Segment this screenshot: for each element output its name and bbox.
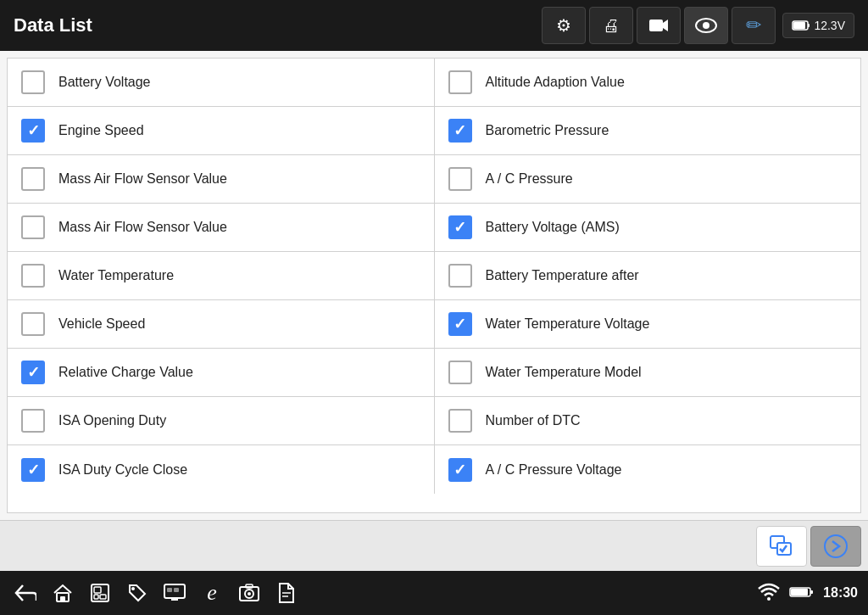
video-icon-btn[interactable] bbox=[637, 7, 681, 44]
taskbar-icons: e bbox=[10, 578, 757, 608]
header-toolbar: ⚙ 🖨 ✏ 12.3V bbox=[542, 7, 854, 44]
eye-icon-btn[interactable] bbox=[684, 7, 728, 44]
svg-rect-0 bbox=[649, 20, 663, 31]
cell-right-0: Altitude Adaption Value bbox=[435, 59, 861, 106]
label-right-5: Water Temperature Voltage bbox=[486, 316, 650, 332]
file-icon[interactable] bbox=[271, 578, 302, 608]
windows-icon[interactable] bbox=[85, 578, 115, 608]
label-left-4: Water Temperature bbox=[58, 268, 174, 283]
battery-voltage: 12.3V bbox=[814, 19, 845, 32]
select-all-button[interactable] bbox=[756, 526, 807, 567]
svg-rect-14 bbox=[94, 595, 98, 599]
taskbar-right: 18:30 bbox=[757, 582, 858, 605]
label-right-2: A / C Pressure bbox=[486, 171, 573, 187]
checkbox-left-0[interactable] bbox=[21, 70, 45, 94]
label-left-7: ISA Opening Duty bbox=[58, 413, 166, 428]
checkbox-right-5[interactable] bbox=[448, 312, 472, 336]
svg-rect-15 bbox=[100, 595, 106, 599]
checkbox-right-4[interactable] bbox=[448, 264, 472, 288]
print-icon-btn[interactable]: 🖨 bbox=[589, 7, 633, 44]
svg-point-16 bbox=[131, 587, 135, 590]
svg-marker-1 bbox=[663, 20, 668, 31]
svg-point-24 bbox=[248, 592, 251, 595]
checkbox-left-8[interactable] bbox=[21, 458, 45, 482]
table-row: ISA Opening DutyNumber of DTC bbox=[8, 397, 860, 445]
label-right-8: A / C Pressure Voltage bbox=[486, 462, 622, 478]
svg-point-9 bbox=[825, 535, 847, 557]
checkbox-right-0[interactable] bbox=[448, 70, 472, 94]
cell-left-8: ISA Duty Cycle Close bbox=[8, 445, 435, 494]
cell-left-4: Water Temperature bbox=[8, 252, 435, 299]
checkbox-right-6[interactable] bbox=[448, 361, 472, 384]
label-left-2: Mass Air Flow Sensor Value bbox=[58, 171, 227, 187]
camera-icon[interactable] bbox=[234, 578, 264, 608]
checkbox-right-2[interactable] bbox=[448, 167, 472, 191]
cell-left-6: Relative Charge Value bbox=[8, 349, 435, 396]
table-row: Battery VoltageAltitude Adaption Value bbox=[8, 59, 860, 107]
cell-right-7: Number of DTC bbox=[435, 397, 861, 444]
cell-left-7: ISA Opening Duty bbox=[8, 397, 435, 444]
checkbox-right-3[interactable] bbox=[448, 215, 472, 239]
settings-icon-btn[interactable]: ⚙ bbox=[542, 7, 586, 44]
home-icon[interactable] bbox=[47, 578, 78, 608]
label-left-8: ISA Duty Cycle Close bbox=[58, 462, 187, 478]
svg-rect-6 bbox=[793, 22, 805, 29]
checkbox-right-8[interactable] bbox=[448, 458, 472, 482]
checkbox-left-5[interactable] bbox=[21, 312, 45, 336]
table-row: Engine SpeedBarometric Pressure bbox=[8, 107, 860, 155]
browser-icon[interactable]: e bbox=[197, 578, 227, 608]
svg-rect-21 bbox=[174, 588, 179, 592]
table-row: Vehicle SpeedWater Temperature Voltage bbox=[8, 300, 860, 349]
cell-left-2: Mass Air Flow Sensor Value bbox=[8, 155, 435, 203]
battery-indicator: 12.3V bbox=[782, 13, 854, 38]
checkbox-left-6[interactable] bbox=[21, 361, 45, 384]
checkbox-left-7[interactable] bbox=[21, 409, 45, 433]
label-right-7: Number of DTC bbox=[486, 413, 581, 428]
label-right-4: Battery Temperature after bbox=[486, 268, 639, 283]
checkbox-left-2[interactable] bbox=[21, 167, 45, 191]
cell-right-2: A / C Pressure bbox=[435, 155, 861, 203]
label-right-6: Water Temperature Model bbox=[486, 365, 642, 380]
cell-left-0: Battery Voltage bbox=[8, 59, 435, 106]
table-row: Relative Charge ValueWater Temperature M… bbox=[8, 349, 860, 397]
svg-rect-13 bbox=[94, 587, 101, 593]
label-left-0: Battery Voltage bbox=[58, 75, 151, 90]
table-row: ISA Duty Cycle CloseA / C Pressure Volta… bbox=[8, 445, 860, 494]
svg-rect-30 bbox=[810, 590, 813, 594]
display-icon[interactable] bbox=[159, 578, 190, 608]
svg-rect-5 bbox=[808, 24, 810, 27]
next-button[interactable] bbox=[810, 526, 861, 567]
cell-left-5: Vehicle Speed bbox=[8, 300, 435, 348]
main-content: Battery VoltageAltitude Adaption ValueEn… bbox=[0, 51, 868, 571]
back-icon[interactable] bbox=[10, 578, 41, 608]
label-left-3: Mass Air Flow Sensor Value bbox=[58, 220, 227, 235]
app-header: Data List ⚙ 🖨 ✏ 12.3V bbox=[0, 0, 868, 51]
checkbox-left-3[interactable] bbox=[21, 215, 45, 239]
svg-point-3 bbox=[703, 22, 709, 29]
checkbox-left-4[interactable] bbox=[21, 264, 45, 288]
table-row: Mass Air Flow Sensor ValueBattery Voltag… bbox=[8, 204, 860, 252]
data-table: Battery VoltageAltitude Adaption ValueEn… bbox=[7, 58, 861, 513]
checkbox-right-1[interactable] bbox=[448, 119, 472, 143]
checkbox-right-7[interactable] bbox=[448, 409, 472, 433]
tag-icon[interactable] bbox=[122, 578, 153, 608]
battery-icon bbox=[789, 584, 815, 603]
cell-right-8: A / C Pressure Voltage bbox=[435, 445, 861, 494]
label-left-5: Vehicle Speed bbox=[58, 316, 145, 332]
svg-rect-20 bbox=[167, 588, 172, 592]
pen-icon-btn[interactable]: ✏ bbox=[732, 7, 776, 44]
taskbar: e bbox=[0, 571, 868, 615]
bottom-action-bar bbox=[0, 520, 868, 571]
cell-left-1: Engine Speed bbox=[8, 107, 435, 154]
cell-right-5: Water Temperature Voltage bbox=[435, 300, 861, 348]
app-title: Data List bbox=[14, 14, 542, 36]
cell-right-4: Battery Temperature after bbox=[435, 252, 861, 299]
checkbox-left-1[interactable] bbox=[21, 119, 45, 143]
wifi-icon bbox=[757, 582, 781, 605]
label-right-3: Battery Voltage (AMS) bbox=[486, 220, 620, 235]
svg-rect-31 bbox=[791, 589, 808, 595]
label-right-1: Barometric Pressure bbox=[486, 123, 609, 138]
label-left-6: Relative Charge Value bbox=[58, 365, 193, 380]
taskbar-time: 18:30 bbox=[823, 585, 858, 601]
svg-point-28 bbox=[767, 597, 771, 601]
